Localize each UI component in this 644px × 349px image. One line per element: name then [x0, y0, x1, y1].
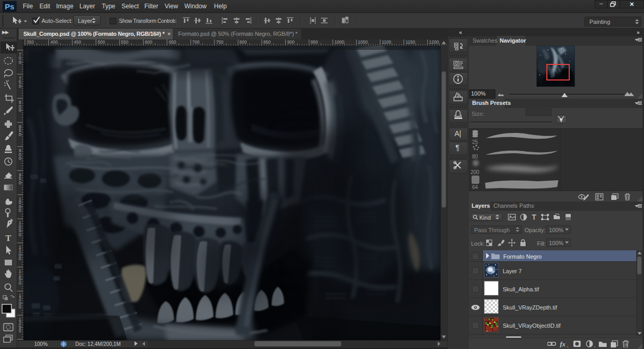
svg-text:800: 800: [239, 39, 247, 45]
svg-text:500: 500: [98, 39, 105, 45]
svg-text:950: 950: [311, 39, 318, 45]
svg-text:850: 850: [263, 39, 271, 45]
svg-text:1200: 1200: [429, 39, 439, 45]
svg-text:¶: ¶: [455, 143, 460, 152]
svg-text:0: 0: [19, 156, 21, 161]
svg-text:650: 650: [169, 39, 176, 45]
svg-text:450: 450: [74, 39, 81, 45]
svg-text:fx: fx: [560, 340, 566, 347]
svg-text:1000: 1000: [334, 39, 344, 45]
svg-text:400: 400: [50, 39, 58, 45]
svg-text:0: 0: [19, 232, 21, 237]
svg-text:1150: 1150: [406, 39, 415, 45]
svg-text:T: T: [5, 233, 11, 243]
svg-text:0: 0: [19, 108, 21, 113]
svg-text:900: 900: [287, 39, 294, 45]
svg-text:0: 0: [19, 60, 21, 65]
svg-text:0: 0: [19, 84, 21, 89]
svg-text:1050: 1050: [358, 39, 368, 45]
svg-text:0: 0: [19, 208, 21, 213]
svg-text:0: 0: [19, 132, 21, 137]
svg-text:0: 0: [19, 328, 21, 333]
svg-text:0: 0: [19, 180, 21, 185]
svg-text:700: 700: [192, 39, 199, 45]
svg-text:0: 0: [19, 256, 21, 261]
svg-text:0: 0: [19, 280, 21, 286]
svg-text:600: 600: [145, 39, 152, 45]
svg-text:550: 550: [121, 39, 128, 45]
svg-text:T: T: [532, 213, 536, 221]
svg-text:A|: A|: [454, 129, 461, 138]
svg-text:350: 350: [26, 39, 34, 45]
svg-text:1100: 1100: [382, 39, 392, 45]
svg-text:0: 0: [19, 304, 21, 310]
svg-text:750: 750: [216, 39, 223, 45]
